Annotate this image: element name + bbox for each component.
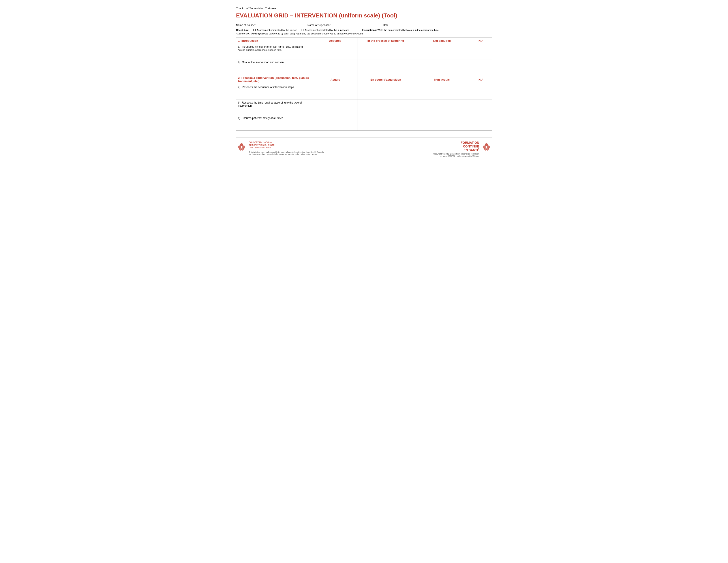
footer-right: FORMATION CONTINUE EN SANTÉ Copyright © …	[433, 141, 492, 157]
evaluation-table: 1- Introduction Acquired In the process …	[236, 38, 492, 131]
trainee-label: Name of trainee:	[236, 24, 256, 27]
note: *This version allows space for comments …	[236, 32, 492, 35]
col-acquis-header: Acquis	[313, 75, 358, 84]
svg-point-4	[241, 148, 244, 150]
col-in-progress-header: In the process of acquiring	[358, 38, 414, 44]
trainee-underline	[257, 23, 301, 27]
section2-item-b-non-acquis	[414, 100, 470, 115]
item-b-letter: b)	[238, 61, 240, 64]
supervisor-label: Name of supervisor:	[308, 24, 331, 27]
subtitle: The Art of Supervising Trainees	[236, 7, 492, 10]
section1-item-b-label: b) Goal of the intervention and consent	[236, 59, 313, 75]
trainee-field: Name of trainee:	[236, 23, 301, 27]
date-field: Date:	[383, 23, 417, 27]
section2-item-c-en-cours	[358, 115, 414, 131]
section2-item-b-en-cours	[358, 100, 414, 115]
section2-item-c-non-acquis	[414, 115, 470, 131]
checkbox1-item[interactable]: Assessment completed by the trainee	[253, 29, 297, 31]
section2-item-a-label: a) Respects the sequence of intervention…	[236, 84, 313, 100]
col-en-cours-header: En cours d'acquisition	[358, 75, 414, 84]
checkbox-label: Check box:	[236, 29, 249, 31]
supervisor-field: Name of supervisor:	[308, 23, 376, 27]
checkbox1-label: Assessment completed by the trainee	[257, 29, 297, 31]
section2-item-c: c) Ensures patients' safety at all times	[236, 115, 492, 131]
col-na2-header: N/A	[470, 75, 492, 84]
section1-item-a-na	[470, 44, 492, 59]
col-acquired-header: Acquired	[313, 38, 358, 44]
section1-title: 1- Introduction	[236, 38, 313, 44]
date-label: Date:	[383, 24, 389, 27]
supervisor-underline	[332, 23, 376, 27]
section2-item-a-acquis	[313, 84, 358, 100]
section2-item-c-label: c) Ensures patients' safety at all times	[236, 115, 313, 131]
section2-header-row: 2- Procède à l'intervention (discussion,…	[236, 75, 492, 84]
section2-title: 2- Procède à l'intervention (discussion,…	[236, 75, 313, 84]
section1-header-row: 1- Introduction Acquired In the process …	[236, 38, 492, 44]
section2-item-b-na	[470, 100, 492, 115]
svg-point-9	[486, 148, 489, 150]
section2-item-a-non-acquis	[414, 84, 470, 100]
section1-item-a-in-progress	[358, 44, 414, 59]
right-org-name: FORMATION CONTINUE EN SANTÉ	[433, 141, 479, 152]
section1-item-a-not-acquired	[414, 44, 470, 59]
section2-item-c-na	[470, 115, 492, 131]
section1-item-b-na	[470, 59, 492, 75]
section2-item-b-label: b) Respects the time required according …	[236, 100, 313, 115]
section1-item-b-acquired	[313, 59, 358, 75]
col-non-acquis-header: Non acquis	[414, 75, 470, 84]
left-logo-icon	[236, 141, 247, 152]
checkbox-row: Check box: Assessment completed by the t…	[236, 29, 492, 31]
s2-item-a-letter: a)	[238, 86, 240, 89]
section1-item-a: a) Introduces himself (name, last name, …	[236, 44, 492, 59]
section1-item-b: b) Goal of the intervention and consent	[236, 59, 492, 75]
section2-item-a-en-cours	[358, 84, 414, 100]
col-na-header: N/A	[470, 38, 492, 44]
item-a-letter: a)	[238, 45, 240, 48]
checkbox1-box[interactable]	[253, 29, 256, 31]
section2-item-c-acquis	[313, 115, 358, 131]
date-underline	[390, 23, 417, 27]
col-not-acquired-header: Not acquired	[414, 38, 470, 44]
svg-point-0	[240, 143, 243, 146]
footer: CONSORTIUM NATIONAL DE FORMATION EN SANT…	[236, 137, 492, 157]
checkbox2-item[interactable]: Assessment completed by the supervisor	[302, 29, 349, 31]
section2-item-b: b) Respects the time required according …	[236, 100, 492, 115]
instructions-block: Instructions: Write the demonstrated beh…	[362, 29, 439, 31]
instructions-text: Write the demonstrated behaviour in the …	[377, 29, 439, 31]
svg-point-5	[485, 143, 488, 146]
s2-item-b-letter: b)	[238, 101, 240, 104]
s2-item-c-letter: c)	[238, 117, 240, 120]
footer-left: CONSORTIUM NATIONAL DE FORMATION EN SANT…	[236, 141, 324, 155]
instructions-label: Instructions:	[362, 29, 377, 31]
checkbox2-box[interactable]	[302, 29, 304, 31]
section1-item-b-not-acquired	[414, 59, 470, 75]
left-sub: Volet Université d'Ottawa	[249, 146, 324, 149]
section1-item-a-acquired	[313, 44, 358, 59]
left-note: This initiative was made possible throug…	[249, 151, 324, 155]
section2-item-a-na	[470, 84, 492, 100]
left-org-name: CONSORTIUM NATIONAL DE FORMATION EN SANT…	[249, 141, 324, 146]
checkbox2-label: Assessment completed by the supervisor	[305, 29, 349, 31]
section2-item-b-acquis	[313, 100, 358, 115]
main-title: EVALUATION GRID – INTERVENTION (uniform …	[236, 12, 492, 19]
item-a-note: *Clear: audible, appropriate speech rate…	[238, 49, 283, 51]
right-logo-icon	[481, 141, 492, 152]
section1-item-a-label: a) Introduces himself (name, last name, …	[236, 44, 313, 59]
section1-item-b-in-progress	[358, 59, 414, 75]
section2-item-a: a) Respects the sequence of intervention…	[236, 84, 492, 100]
right-note: Copyright © 2021, Consortium national de…	[433, 153, 479, 157]
